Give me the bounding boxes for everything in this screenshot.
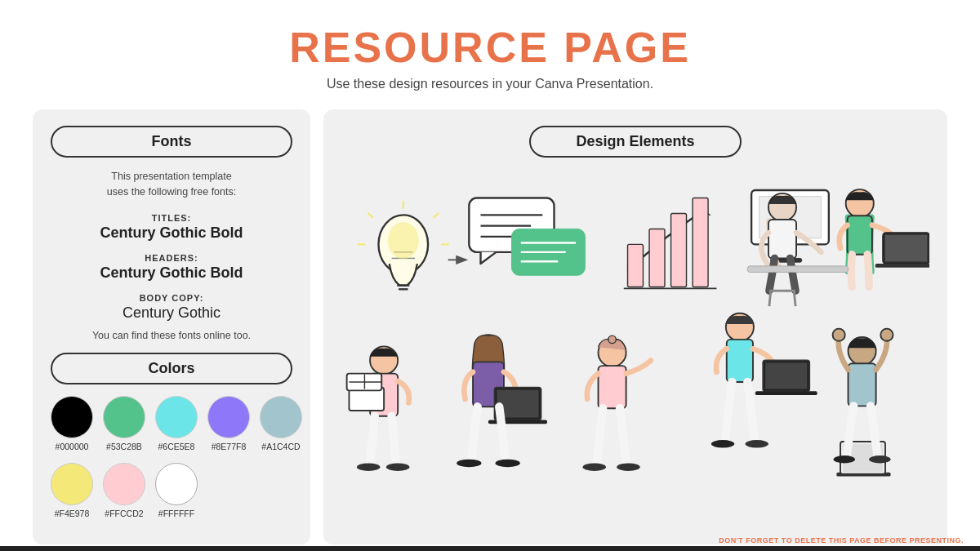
left-panel: Fonts This presentation template uses th…	[33, 109, 310, 544]
fonts-section-title: Fonts	[51, 126, 292, 158]
page-subtitle: Use these design resources in your Canva…	[0, 77, 980, 91]
color-swatch-black	[51, 396, 93, 438]
illustration-area	[341, 177, 929, 528]
svg-point-41	[357, 463, 380, 470]
svg-line-5	[434, 213, 439, 217]
svg-rect-72	[768, 220, 796, 258]
svg-rect-33	[885, 235, 927, 261]
main-content: Fonts This presentation template uses th…	[0, 109, 980, 544]
svg-rect-23	[671, 213, 687, 287]
color-swatch-white	[155, 463, 198, 505]
footer-note: DON'T FORGET TO DELETE THIS PAGE BEFORE …	[719, 536, 964, 544]
color-swatch-cyan	[155, 396, 198, 438]
svg-rect-59	[755, 391, 817, 395]
color-swatch-green	[103, 396, 145, 438]
right-panel: Design Elements	[323, 109, 947, 544]
color-row-1: #000000 #53C28B #6CE5E8 #8E77F8 #A1C4CD	[51, 396, 292, 451]
svg-rect-63	[849, 363, 876, 406]
svg-point-64	[833, 329, 845, 341]
svg-line-75	[769, 291, 771, 306]
svg-point-60	[711, 440, 734, 447]
svg-point-65	[880, 329, 893, 341]
svg-rect-58	[765, 362, 807, 389]
color-item-purple: #8E77F8	[207, 396, 250, 451]
svg-rect-21	[628, 244, 644, 287]
svg-line-4	[368, 213, 372, 217]
colors-section: Colors #000000 #53C28B #6CE5E8 #8E77F8	[51, 353, 292, 518]
svg-rect-73	[747, 266, 848, 273]
color-item-yellow: #F4E978	[51, 463, 93, 518]
color-item-blueish: #A1C4CD	[260, 396, 302, 451]
page-title: RESOURCE PAGE	[0, 23, 980, 72]
font-item-titles: TITLES: Century Gothic Bold	[51, 210, 292, 242]
font-item-body: BODY COPY: Century Gothic	[51, 290, 292, 322]
svg-rect-56	[727, 340, 753, 382]
font-item-headers: HEADERS: Century Gothic Bold	[51, 250, 292, 282]
design-elements-title-wrapper: Design Elements	[341, 126, 929, 169]
svg-point-53	[583, 463, 606, 470]
svg-point-49	[496, 460, 520, 467]
color-swatch-pink	[103, 463, 145, 505]
svg-rect-24	[693, 198, 708, 287]
colors-section-title: Colors	[51, 353, 292, 384]
svg-rect-52	[599, 366, 626, 408]
svg-point-10	[388, 222, 419, 259]
svg-point-69	[834, 455, 856, 463]
design-elements-title: Design Elements	[529, 126, 742, 158]
svg-rect-34	[875, 264, 929, 268]
fonts-description: This presentation template uses the foll…	[51, 169, 292, 200]
color-item-black: #000000	[51, 396, 93, 451]
color-item-white: #FFFFFF	[155, 463, 198, 518]
design-elements-svg	[341, 177, 929, 528]
svg-rect-22	[649, 229, 665, 287]
color-swatch-purple	[207, 396, 250, 438]
color-row-2: #F4E978 #FFCCD2 #FFFFFF	[51, 463, 292, 518]
svg-point-61	[746, 440, 768, 447]
svg-rect-31	[848, 216, 872, 254]
svg-point-54	[617, 463, 639, 470]
color-swatch-yellow	[51, 463, 93, 505]
svg-line-76	[794, 291, 795, 306]
color-item-cyan: #6CE5E8	[155, 396, 198, 451]
svg-point-51	[608, 335, 616, 343]
bottom-bar	[0, 546, 980, 551]
svg-point-70	[869, 455, 891, 463]
page-header: RESOURCE PAGE Use these design resources…	[0, 0, 980, 100]
color-item-green: #53C28B	[103, 396, 145, 451]
fonts-note: You can find these fonts online too.	[51, 330, 292, 341]
color-swatch-blueish	[260, 396, 302, 438]
svg-point-42	[386, 463, 409, 470]
svg-point-48	[457, 460, 481, 467]
color-item-pink: #FFCCD2	[103, 463, 145, 518]
